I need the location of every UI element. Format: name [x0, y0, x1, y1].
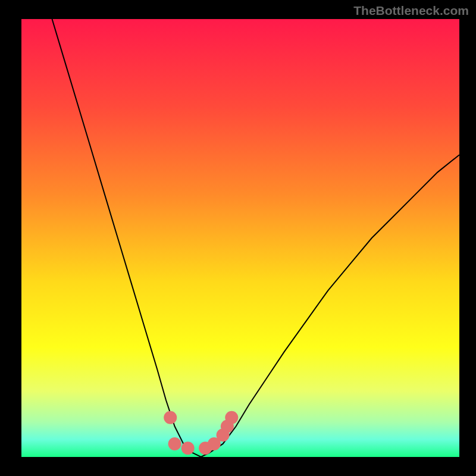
watermark-text: TheBottleneck.com: [353, 4, 469, 18]
data-marker: [181, 441, 195, 455]
data-marker: [168, 437, 181, 450]
gradient-background: [21, 19, 459, 457]
data-marker: [225, 411, 238, 424]
data-marker: [164, 411, 177, 424]
chart-svg: [21, 19, 459, 457]
chart-plot-area: [21, 19, 459, 457]
